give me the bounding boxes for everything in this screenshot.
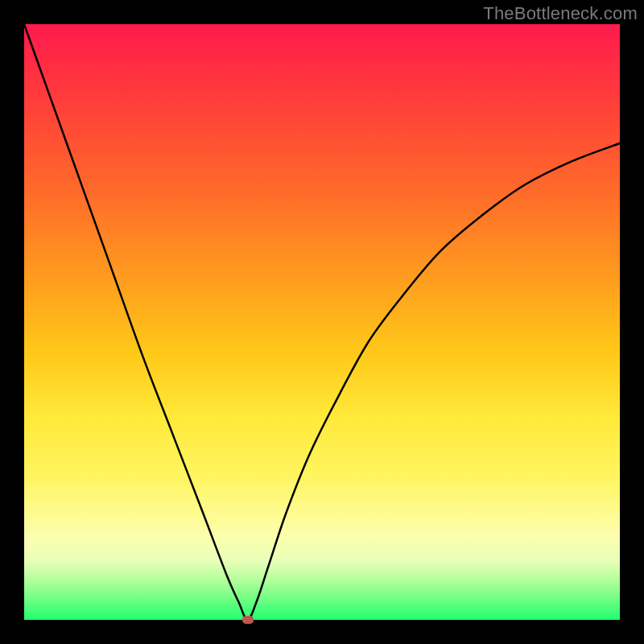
chart-frame: TheBottleneck.com (0, 0, 644, 644)
minimum-marker (242, 616, 254, 624)
watermark-text: TheBottleneck.com (483, 3, 638, 24)
bottleneck-curve (24, 24, 620, 620)
plot-area (24, 24, 620, 620)
